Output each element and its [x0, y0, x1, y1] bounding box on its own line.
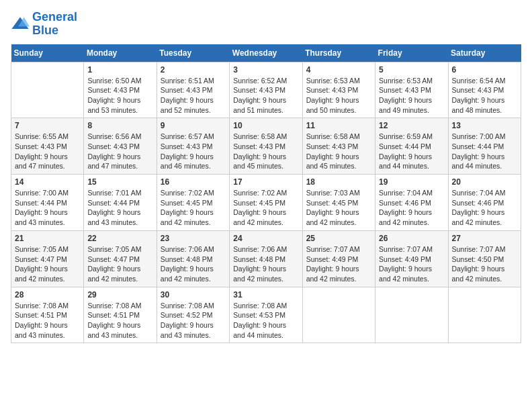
- calendar-cell: [11, 62, 84, 118]
- calendar-cell: 28Sunrise: 7:08 AM Sunset: 4:51 PM Dayli…: [11, 287, 84, 343]
- calendar-table: SundayMondayTuesdayWednesdayThursdayFrid…: [11, 44, 521, 344]
- calendar-cell: 24Sunrise: 7:06 AM Sunset: 4:48 PM Dayli…: [230, 230, 302, 287]
- weekday-header-tuesday: Tuesday: [157, 44, 229, 62]
- calendar-cell: 23Sunrise: 7:06 AM Sunset: 4:48 PM Dayli…: [157, 230, 229, 287]
- day-number: 21: [15, 234, 80, 243]
- day-number: 29: [87, 290, 152, 300]
- day-number: 10: [233, 121, 298, 130]
- day-info: Sunrise: 7:02 AM Sunset: 4:45 PM Dayligh…: [233, 188, 298, 228]
- calendar-cell: 19Sunrise: 7:04 AM Sunset: 4:46 PM Dayli…: [375, 175, 448, 231]
- calendar-cell: 22Sunrise: 7:05 AM Sunset: 4:47 PM Dayli…: [84, 230, 157, 287]
- day-info: Sunrise: 7:08 AM Sunset: 4:51 PM Dayligh…: [15, 301, 80, 340]
- day-info: Sunrise: 7:07 AM Sunset: 4:50 PM Dayligh…: [452, 244, 517, 284]
- day-number: 2: [161, 65, 226, 75]
- day-number: 8: [87, 121, 152, 130]
- calendar-cell: 16Sunrise: 7:02 AM Sunset: 4:45 PM Dayli…: [157, 175, 229, 231]
- day-number: 22: [87, 234, 152, 243]
- day-number: 28: [15, 290, 80, 300]
- calendar-cell: 27Sunrise: 7:07 AM Sunset: 4:50 PM Dayli…: [448, 230, 521, 287]
- weekday-header-wednesday: Wednesday: [230, 44, 302, 62]
- day-info: Sunrise: 6:51 AM Sunset: 4:43 PM Dayligh…: [161, 76, 226, 116]
- calendar-cell: 29Sunrise: 7:08 AM Sunset: 4:51 PM Dayli…: [84, 287, 157, 343]
- weekday-header-thursday: Thursday: [302, 44, 375, 62]
- calendar-cell: 17Sunrise: 7:02 AM Sunset: 4:45 PM Dayli…: [230, 175, 302, 231]
- calendar-cell: [375, 287, 448, 343]
- day-info: Sunrise: 7:08 AM Sunset: 4:53 PM Dayligh…: [233, 301, 298, 340]
- day-number: 23: [161, 234, 226, 243]
- weekday-header-sunday: Sunday: [11, 44, 84, 62]
- calendar-cell: 15Sunrise: 7:01 AM Sunset: 4:44 PM Dayli…: [84, 175, 157, 231]
- day-info: Sunrise: 6:58 AM Sunset: 4:43 PM Dayligh…: [306, 132, 371, 171]
- day-info: Sunrise: 7:01 AM Sunset: 4:44 PM Dayligh…: [87, 188, 152, 228]
- calendar-cell: 30Sunrise: 7:08 AM Sunset: 4:52 PM Dayli…: [157, 287, 229, 343]
- calendar-cell: 4Sunrise: 6:53 AM Sunset: 4:43 PM Daylig…: [302, 62, 375, 118]
- day-info: Sunrise: 7:06 AM Sunset: 4:48 PM Dayligh…: [233, 244, 298, 284]
- weekday-header-monday: Monday: [84, 44, 157, 62]
- day-info: Sunrise: 6:54 AM Sunset: 4:43 PM Dayligh…: [452, 76, 517, 116]
- day-info: Sunrise: 7:08 AM Sunset: 4:51 PM Dayligh…: [87, 301, 152, 340]
- day-number: 14: [15, 177, 80, 187]
- calendar-cell: 14Sunrise: 7:00 AM Sunset: 4:44 PM Dayli…: [11, 175, 84, 231]
- calendar-cell: [448, 287, 521, 343]
- weekday-header-friday: Friday: [375, 44, 448, 62]
- day-number: 12: [379, 121, 444, 130]
- day-info: Sunrise: 6:52 AM Sunset: 4:43 PM Dayligh…: [233, 76, 298, 116]
- calendar-cell: 26Sunrise: 7:07 AM Sunset: 4:49 PM Dayli…: [375, 230, 448, 287]
- day-number: 5: [379, 65, 444, 75]
- day-info: Sunrise: 7:07 AM Sunset: 4:49 PM Dayligh…: [306, 244, 371, 284]
- logo: General Blue: [11, 11, 77, 38]
- day-info: Sunrise: 7:07 AM Sunset: 4:49 PM Dayligh…: [379, 244, 444, 284]
- day-info: Sunrise: 6:55 AM Sunset: 4:43 PM Dayligh…: [15, 132, 80, 171]
- calendar-cell: 6Sunrise: 6:54 AM Sunset: 4:43 PM Daylig…: [448, 62, 521, 118]
- day-number: 3: [233, 65, 298, 75]
- calendar-cell: 20Sunrise: 7:04 AM Sunset: 4:46 PM Dayli…: [448, 175, 521, 231]
- day-number: 27: [452, 234, 517, 243]
- day-number: 24: [233, 234, 298, 243]
- day-number: 20: [452, 177, 517, 187]
- day-info: Sunrise: 6:59 AM Sunset: 4:44 PM Dayligh…: [379, 132, 444, 171]
- day-number: 31: [233, 290, 298, 300]
- calendar-cell: [302, 287, 375, 343]
- calendar-cell: 9Sunrise: 6:57 AM Sunset: 4:43 PM Daylig…: [157, 118, 229, 175]
- week-row-3: 14Sunrise: 7:00 AM Sunset: 4:44 PM Dayli…: [11, 175, 521, 231]
- calendar-cell: 31Sunrise: 7:08 AM Sunset: 4:53 PM Dayli…: [230, 287, 302, 343]
- day-number: 15: [87, 177, 152, 187]
- week-row-1: 1Sunrise: 6:50 AM Sunset: 4:43 PM Daylig…: [11, 62, 521, 118]
- day-info: Sunrise: 7:04 AM Sunset: 4:46 PM Dayligh…: [452, 188, 517, 228]
- day-info: Sunrise: 7:06 AM Sunset: 4:48 PM Dayligh…: [161, 244, 226, 284]
- day-info: Sunrise: 7:05 AM Sunset: 4:47 PM Dayligh…: [15, 244, 80, 284]
- day-info: Sunrise: 6:50 AM Sunset: 4:43 PM Dayligh…: [87, 76, 152, 116]
- day-number: 9: [161, 121, 226, 130]
- week-row-2: 7Sunrise: 6:55 AM Sunset: 4:43 PM Daylig…: [11, 118, 521, 175]
- day-info: Sunrise: 6:56 AM Sunset: 4:43 PM Dayligh…: [87, 132, 152, 171]
- day-number: 6: [452, 65, 517, 75]
- calendar-cell: 2Sunrise: 6:51 AM Sunset: 4:43 PM Daylig…: [157, 62, 229, 118]
- calendar-cell: 10Sunrise: 6:58 AM Sunset: 4:43 PM Dayli…: [230, 118, 302, 175]
- day-info: Sunrise: 7:03 AM Sunset: 4:45 PM Dayligh…: [306, 188, 371, 228]
- calendar-cell: 25Sunrise: 7:07 AM Sunset: 4:49 PM Dayli…: [302, 230, 375, 287]
- calendar-cell: 13Sunrise: 7:00 AM Sunset: 4:44 PM Dayli…: [448, 118, 521, 175]
- day-info: Sunrise: 7:05 AM Sunset: 4:47 PM Dayligh…: [87, 244, 152, 284]
- calendar-cell: 1Sunrise: 6:50 AM Sunset: 4:43 PM Daylig…: [84, 62, 157, 118]
- calendar-cell: 18Sunrise: 7:03 AM Sunset: 4:45 PM Dayli…: [302, 175, 375, 231]
- day-number: 18: [306, 177, 371, 187]
- header: General Blue: [11, 11, 521, 38]
- day-number: 1: [87, 65, 152, 75]
- calendar-cell: 11Sunrise: 6:58 AM Sunset: 4:43 PM Dayli…: [302, 118, 375, 175]
- day-info: Sunrise: 7:00 AM Sunset: 4:44 PM Dayligh…: [452, 132, 517, 171]
- day-info: Sunrise: 7:02 AM Sunset: 4:45 PM Dayligh…: [161, 188, 226, 228]
- day-info: Sunrise: 6:58 AM Sunset: 4:43 PM Dayligh…: [233, 132, 298, 171]
- week-row-4: 21Sunrise: 7:05 AM Sunset: 4:47 PM Dayli…: [11, 230, 521, 287]
- day-info: Sunrise: 6:53 AM Sunset: 4:43 PM Dayligh…: [379, 76, 444, 116]
- day-number: 19: [379, 177, 444, 187]
- calendar-cell: 5Sunrise: 6:53 AM Sunset: 4:43 PM Daylig…: [375, 62, 448, 118]
- calendar-cell: 21Sunrise: 7:05 AM Sunset: 4:47 PM Dayli…: [11, 230, 84, 287]
- day-number: 30: [161, 290, 226, 300]
- day-number: 25: [306, 234, 371, 243]
- weekday-header-row: SundayMondayTuesdayWednesdayThursdayFrid…: [11, 44, 521, 62]
- day-info: Sunrise: 6:57 AM Sunset: 4:43 PM Dayligh…: [161, 132, 226, 171]
- week-row-5: 28Sunrise: 7:08 AM Sunset: 4:51 PM Dayli…: [11, 287, 521, 343]
- calendar-cell: 8Sunrise: 6:56 AM Sunset: 4:43 PM Daylig…: [84, 118, 157, 175]
- day-info: Sunrise: 7:04 AM Sunset: 4:46 PM Dayligh…: [379, 188, 444, 228]
- calendar-cell: 7Sunrise: 6:55 AM Sunset: 4:43 PM Daylig…: [11, 118, 84, 175]
